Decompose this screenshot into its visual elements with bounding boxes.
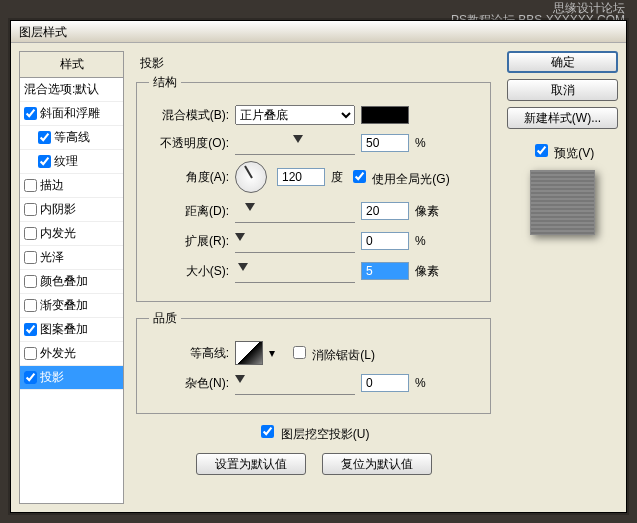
- style-item-label: 渐变叠加: [40, 297, 88, 314]
- opacity-input[interactable]: [361, 134, 409, 152]
- blend-mode-label: 混合模式(B):: [149, 107, 229, 124]
- antialias-check[interactable]: 消除锯齿(L): [289, 343, 375, 364]
- angle-label: 角度(A):: [149, 169, 229, 186]
- style-item-3[interactable]: 纹理: [20, 150, 123, 174]
- style-item-label: 光泽: [40, 249, 64, 266]
- quality-legend: 品质: [149, 310, 181, 327]
- contour-picker[interactable]: [235, 341, 263, 365]
- size-unit: 像素: [415, 263, 439, 280]
- angle-unit: 度: [331, 169, 343, 186]
- cancel-button[interactable]: 取消: [507, 79, 618, 101]
- style-checkbox[interactable]: [24, 371, 37, 384]
- style-item-label: 描边: [40, 177, 64, 194]
- style-item-10[interactable]: 图案叠加: [20, 318, 123, 342]
- quality-group: 品质 等高线: ▾ 消除锯齿(L) 杂色(N): %: [136, 310, 491, 414]
- knockout-check[interactable]: 图层挖空投影(U): [257, 427, 369, 441]
- style-checkbox[interactable]: [24, 251, 37, 264]
- style-checkbox[interactable]: [24, 203, 37, 216]
- style-item-5[interactable]: 内阴影: [20, 198, 123, 222]
- preview-thumbnail: [530, 170, 595, 235]
- style-item-label: 等高线: [54, 129, 90, 146]
- style-item-label: 内阴影: [40, 201, 76, 218]
- opacity-unit: %: [415, 136, 426, 150]
- size-slider[interactable]: [235, 265, 355, 283]
- style-item-11[interactable]: 外发光: [20, 342, 123, 366]
- structure-legend: 结构: [149, 74, 181, 91]
- global-light-check[interactable]: 使用全局光(G): [349, 167, 450, 188]
- style-item-4[interactable]: 描边: [20, 174, 123, 198]
- dialog-title: 图层样式: [11, 21, 626, 43]
- angle-dial[interactable]: [235, 161, 267, 193]
- size-input[interactable]: [361, 262, 409, 280]
- style-checkbox[interactable]: [38, 131, 51, 144]
- noise-unit: %: [415, 376, 426, 390]
- structure-group: 结构 混合模式(B): 正片叠底 不透明度(O): % 角度(A): 度: [136, 74, 491, 302]
- opacity-label: 不透明度(O):: [149, 135, 229, 152]
- spread-slider[interactable]: [235, 235, 355, 253]
- contour-dropdown-icon[interactable]: ▾: [269, 346, 275, 360]
- right-panel: 确定 取消 新建样式(W)... 预览(V): [503, 51, 618, 504]
- style-item-label: 混合选项:默认: [24, 81, 99, 98]
- style-item-label: 斜面和浮雕: [40, 105, 100, 122]
- styles-list: 样式 混合选项:默认斜面和浮雕等高线纹理描边内阴影内发光光泽颜色叠加渐变叠加图案…: [19, 51, 124, 504]
- opacity-slider[interactable]: [235, 137, 355, 155]
- style-checkbox[interactable]: [24, 299, 37, 312]
- spread-unit: %: [415, 234, 426, 248]
- style-checkbox[interactable]: [24, 323, 37, 336]
- distance-input[interactable]: [361, 202, 409, 220]
- noise-label: 杂色(N):: [149, 375, 229, 392]
- distance-slider[interactable]: [235, 205, 355, 223]
- noise-input[interactable]: [361, 374, 409, 392]
- style-checkbox[interactable]: [24, 275, 37, 288]
- style-item-8[interactable]: 颜色叠加: [20, 270, 123, 294]
- noise-slider[interactable]: [235, 377, 355, 395]
- style-item-2[interactable]: 等高线: [20, 126, 123, 150]
- style-item-label: 内发光: [40, 225, 76, 242]
- panel-title: 投影: [140, 55, 493, 72]
- ok-button[interactable]: 确定: [507, 51, 618, 73]
- preview-check[interactable]: 预览(V): [531, 146, 594, 160]
- contour-label: 等高线:: [149, 345, 229, 362]
- style-item-0[interactable]: 混合选项:默认: [20, 78, 123, 102]
- style-checkbox[interactable]: [24, 107, 37, 120]
- style-item-9[interactable]: 渐变叠加: [20, 294, 123, 318]
- style-checkbox[interactable]: [38, 155, 51, 168]
- settings-panel: 投影 结构 混合模式(B): 正片叠底 不透明度(O): % 角度(A):: [124, 51, 503, 504]
- style-item-7[interactable]: 光泽: [20, 246, 123, 270]
- style-item-label: 外发光: [40, 345, 76, 362]
- style-item-label: 图案叠加: [40, 321, 88, 338]
- style-item-label: 纹理: [54, 153, 78, 170]
- angle-input[interactable]: [277, 168, 325, 186]
- style-checkbox[interactable]: [24, 347, 37, 360]
- style-item-12[interactable]: 投影: [20, 366, 123, 390]
- shadow-color-swatch[interactable]: [361, 106, 409, 124]
- style-item-label: 颜色叠加: [40, 273, 88, 290]
- distance-label: 距离(D):: [149, 203, 229, 220]
- style-checkbox[interactable]: [24, 227, 37, 240]
- blend-mode-select[interactable]: 正片叠底: [235, 105, 355, 125]
- layer-style-dialog: 图层样式 样式 混合选项:默认斜面和浮雕等高线纹理描边内阴影内发光光泽颜色叠加渐…: [10, 20, 627, 513]
- distance-unit: 像素: [415, 203, 439, 220]
- styles-header: 样式: [20, 52, 123, 78]
- style-item-1[interactable]: 斜面和浮雕: [20, 102, 123, 126]
- style-item-label: 投影: [40, 369, 64, 386]
- new-style-button[interactable]: 新建样式(W)...: [507, 107, 618, 129]
- spread-input[interactable]: [361, 232, 409, 250]
- spread-label: 扩展(R):: [149, 233, 229, 250]
- style-item-6[interactable]: 内发光: [20, 222, 123, 246]
- set-default-button[interactable]: 设置为默认值: [196, 453, 306, 475]
- style-checkbox[interactable]: [24, 179, 37, 192]
- size-label: 大小(S):: [149, 263, 229, 280]
- reset-default-button[interactable]: 复位为默认值: [322, 453, 432, 475]
